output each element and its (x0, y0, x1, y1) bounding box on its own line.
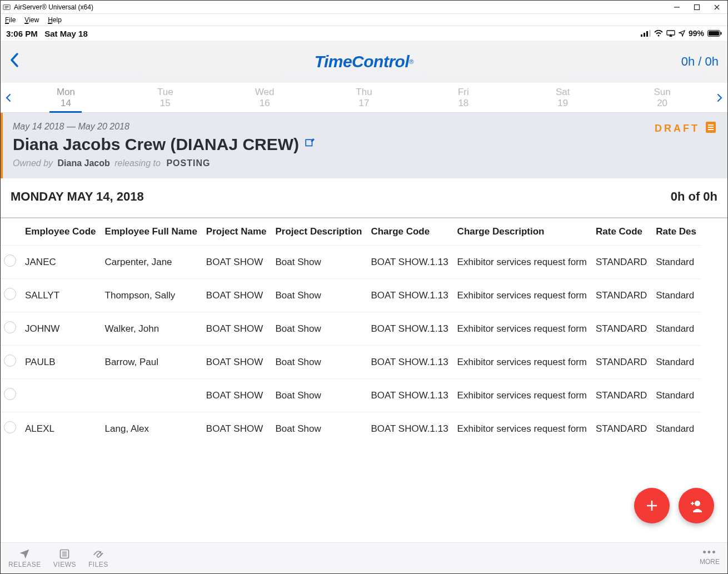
day-dow: Mon (57, 87, 75, 98)
files-button[interactable]: FILES (88, 548, 108, 568)
add-person-button[interactable] (679, 488, 714, 523)
row-select-radio[interactable] (4, 388, 16, 400)
cell-proj: BOAT SHOW (202, 279, 271, 312)
brand-text: TimeControl (315, 52, 410, 71)
table-row[interactable]: PAULBBarrow, PaulBOAT SHOWBoat ShowBOAT … (1, 346, 701, 379)
row-select-radio[interactable] (4, 288, 16, 300)
cell-proj_desc: Boat Show (271, 279, 367, 312)
day-num: 17 (359, 98, 370, 109)
cell-proj: BOAT SHOW (202, 312, 271, 346)
svg-rect-13 (709, 31, 719, 36)
col-header[interactable]: Project Description (271, 218, 367, 246)
day-tab-sat[interactable]: Sat19 (513, 83, 612, 112)
day-num: 15 (160, 98, 171, 109)
menu-help[interactable]: Help (48, 16, 62, 24)
svg-rect-8 (649, 30, 651, 37)
col-header[interactable]: Charge Code (366, 218, 452, 246)
cell-proj: BOAT SHOW (202, 246, 271, 279)
day-dow: Wed (255, 87, 275, 98)
day-tab-sun[interactable]: Sun20 (612, 83, 712, 112)
menu-view[interactable]: View (24, 16, 39, 24)
views-button[interactable]: VIEWS (53, 548, 76, 568)
row-select-radio[interactable] (4, 254, 16, 267)
cell-emp_name (101, 379, 202, 412)
day-title: MONDAY MAY 14, 2018 (11, 189, 144, 204)
cell-emp_name: Thompson, Sally (101, 279, 202, 312)
cell-emp_code: JANEC (21, 246, 101, 279)
prev-week-button[interactable] (1, 83, 16, 112)
files-label: FILES (88, 561, 108, 568)
cell-rate_desc: Standard (651, 246, 701, 279)
hours-summary: 0h / 0h (681, 54, 719, 69)
status-badge: DRAFT (655, 121, 717, 137)
cell-rate: STANDARD (591, 379, 651, 412)
cell-emp_name: Carpenter, Jane (101, 246, 202, 279)
cell-charge_desc: Exhibitor services request form (453, 246, 591, 279)
day-tab-wed[interactable]: Wed16 (215, 83, 315, 112)
cell-emp_code: JOHNW (21, 312, 101, 346)
col-header[interactable]: Project Name (202, 218, 271, 246)
cell-charge: BOAT SHOW.1.13 (366, 346, 452, 379)
table-row[interactable]: ALEXLLang, AlexBOAT SHOWBoat ShowBOAT SH… (1, 412, 701, 446)
releasing-label: releasing to (114, 158, 161, 168)
svg-rect-7 (646, 31, 648, 37)
day-hours: 0h of 0h (671, 189, 717, 204)
svg-point-22 (695, 501, 700, 506)
maximize-button[interactable] (692, 2, 702, 12)
date-range: May 14 2018 — May 20 2018 (13, 122, 717, 132)
menu-file[interactable]: File (5, 16, 16, 24)
svg-point-9 (657, 35, 659, 37)
back-button[interactable] (9, 52, 19, 72)
day-tab-thu[interactable]: Thu17 (315, 83, 414, 112)
cell-charge: BOAT SHOW.1.13 (366, 312, 452, 346)
airplay-icon (666, 30, 675, 37)
cell-charge_desc: Exhibitor services request form (453, 346, 591, 379)
release-button[interactable]: RELEASE (8, 548, 41, 568)
row-select-radio[interactable] (4, 355, 16, 367)
col-header[interactable]: Charge Description (453, 218, 591, 246)
col-header[interactable]: Rate Code (591, 218, 651, 246)
day-num: 18 (458, 98, 468, 109)
app-icon (3, 3, 11, 11)
window-title: AirServer® Universal (x64) (14, 3, 93, 11)
cell-rate_desc: Standard (651, 412, 701, 446)
day-tab-mon[interactable]: Mon14 (16, 83, 116, 112)
cell-rate_desc: Standard (651, 279, 701, 312)
cell-proj_desc: Boat Show (271, 379, 367, 412)
col-header[interactable]: Employee Code (21, 218, 101, 246)
table-row[interactable]: JANECCarpenter, JaneBOAT SHOWBoat ShowBO… (1, 246, 701, 279)
cell-proj_desc: Boat Show (271, 312, 367, 346)
menubar: File View Help (1, 14, 727, 26)
table-row[interactable]: SALLYTThompson, SallyBOAT SHOWBoat ShowB… (1, 279, 701, 312)
status-time: 3:06 PM (6, 29, 38, 38)
cell-rate: STANDARD (591, 346, 651, 379)
day-dow: Sun (654, 87, 670, 98)
cell-charge_desc: Exhibitor services request form (453, 379, 591, 412)
close-button[interactable] (712, 2, 722, 12)
col-header[interactable]: Employee Full Name (101, 218, 202, 246)
cell-rate: STANDARD (591, 312, 651, 346)
row-select-radio[interactable] (4, 421, 16, 433)
day-num: 19 (557, 98, 568, 109)
cell-rate: STANDARD (591, 246, 651, 279)
release-label: RELEASE (8, 561, 41, 568)
next-week-button[interactable] (712, 83, 727, 112)
bottom-toolbar: RELEASE VIEWS FILES ••• MORE (1, 542, 727, 573)
day-tab-tue[interactable]: Tue15 (116, 83, 215, 112)
day-heading: MONDAY MAY 14, 2018 0h of 0h (1, 178, 727, 215)
cell-emp_name: Barrow, Paul (101, 346, 202, 379)
more-button[interactable]: ••• MORE (700, 551, 720, 566)
cell-emp_name: Walker, John (101, 312, 202, 346)
minimize-button[interactable] (672, 2, 682, 12)
cell-emp_code: SALLYT (21, 279, 101, 312)
status-text: DRAFT (655, 123, 700, 134)
row-select-radio[interactable] (4, 321, 16, 333)
timesheet-table[interactable]: Employee CodeEmployee Full NameProject N… (1, 217, 727, 445)
edit-icon[interactable] (305, 138, 315, 151)
battery-icon (707, 30, 722, 37)
table-row[interactable]: BOAT SHOWBoat ShowBOAT SHOW.1.13Exhibito… (1, 379, 701, 412)
day-tab-fri[interactable]: Fri18 (413, 83, 513, 112)
col-header[interactable]: Rate Des (651, 218, 701, 246)
table-row[interactable]: JOHNWWalker, JohnBOAT SHOWBoat ShowBOAT … (1, 312, 701, 346)
add-button[interactable] (634, 488, 670, 523)
